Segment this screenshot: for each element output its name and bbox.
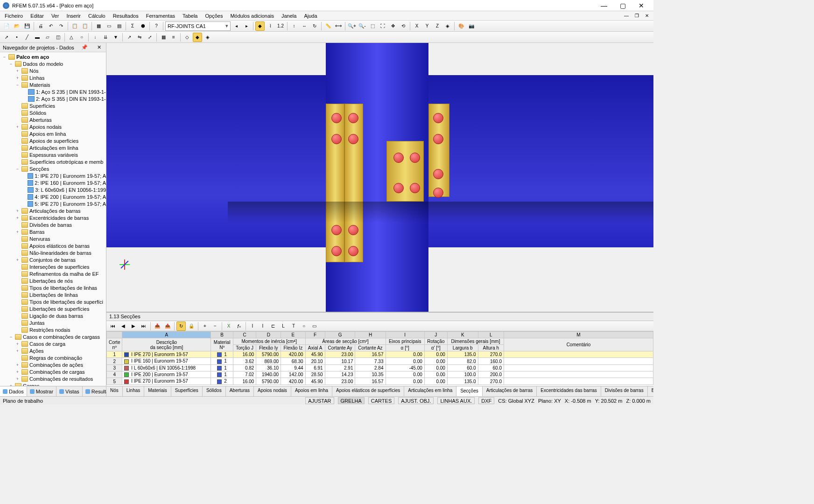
tree-item[interactable]: 4: IPE 200 | Euronorm 19-57; A bbox=[0, 193, 106, 200]
status-linhas-aux[interactable]: LINHAS AUX. bbox=[437, 397, 475, 404]
tree-item[interactable]: −Materiais bbox=[0, 81, 106, 88]
tree-item[interactable]: +Combinações de ações bbox=[0, 361, 106, 368]
load-area-icon[interactable]: ▼ bbox=[111, 33, 120, 42]
close-panel-icon[interactable]: ✕ bbox=[95, 44, 103, 50]
excel-icon[interactable]: X bbox=[224, 322, 233, 331]
save-icon[interactable]: 💾 bbox=[22, 21, 32, 31]
table-tab[interactable]: Barras bbox=[648, 386, 653, 396]
export-icon[interactable]: 📤 bbox=[163, 322, 172, 331]
insert-row-icon[interactable]: + bbox=[200, 322, 210, 331]
tree-item[interactable]: Articulações em linha bbox=[0, 144, 106, 151]
tree-item[interactable]: +Articulações de barras bbox=[0, 207, 106, 214]
tree-item[interactable]: +Casos de carga bbox=[0, 340, 106, 347]
tree-item[interactable]: Nervuras bbox=[0, 235, 106, 242]
tree-item[interactable]: Refinamentos da malha de EF bbox=[0, 270, 106, 277]
tree-item[interactable]: Apoios elásticos de barras bbox=[0, 242, 106, 249]
view-iso-icon[interactable]: ◈ bbox=[443, 21, 452, 31]
table-tab[interactable]: Nós bbox=[106, 386, 123, 396]
grid-icon[interactable]: ▦ bbox=[159, 33, 168, 42]
tree-item[interactable]: +Combinações de resultados bbox=[0, 375, 106, 382]
tree-root[interactable]: Palco em aço bbox=[16, 54, 49, 60]
section-u-icon[interactable]: ⊏ bbox=[268, 322, 278, 331]
mdi-minimize-button[interactable]: — bbox=[622, 11, 631, 21]
maximize-button[interactable]: ▢ bbox=[613, 0, 632, 11]
menu-editar[interactable]: Editar bbox=[28, 12, 47, 20]
menu-ferramentas[interactable]: Ferramentas bbox=[143, 12, 178, 20]
menu-resultados[interactable]: Resultados bbox=[110, 12, 141, 20]
tree-item[interactable]: Libertações de linhas bbox=[0, 291, 106, 298]
section-rect-icon[interactable]: ▭ bbox=[309, 322, 319, 331]
tree-cases[interactable]: Casos e combinações de cargass bbox=[23, 334, 100, 340]
view-x-icon[interactable]: X bbox=[412, 21, 421, 31]
next-icon[interactable]: ▶ bbox=[129, 322, 138, 331]
tree-item[interactable]: Libertações de superfícies bbox=[0, 305, 106, 312]
tree-item[interactable]: Ligação de duas barras bbox=[0, 312, 106, 319]
tree-item[interactable]: 3: L 60x60x6 | EN 10056-1:199 bbox=[0, 186, 106, 193]
tree-item[interactable]: Interseções de superfícies bbox=[0, 263, 106, 270]
menu-ver[interactable]: Ver bbox=[49, 12, 62, 20]
mirror-icon[interactable]: ⇋ bbox=[135, 33, 144, 42]
tree-item[interactable]: +Barras bbox=[0, 228, 106, 235]
view-y-icon[interactable]: Y bbox=[422, 21, 432, 31]
navigator-tree[interactable]: −Palco em aço −Dados do modelo +Nós+Linh… bbox=[0, 52, 106, 386]
tree-item[interactable]: 5: IPE 270 | Euronorm 19-57; A bbox=[0, 200, 106, 207]
member-icon[interactable]: ▬ bbox=[33, 33, 42, 42]
measure-icon[interactable]: 📏 bbox=[323, 21, 333, 31]
table-tab[interactable]: Apoios elásticos de superfícies bbox=[332, 386, 404, 396]
node-icon[interactable]: • bbox=[12, 33, 21, 42]
tile-icon[interactable]: ▤ bbox=[114, 21, 124, 31]
tree-item[interactable]: 2: Aço S 355 | DIN EN 1993-1- bbox=[0, 95, 106, 102]
layers-icon[interactable]: ≡ bbox=[169, 33, 178, 42]
dimension-icon[interactable]: ⟷ bbox=[334, 21, 343, 31]
table-tab[interactable]: Secções bbox=[456, 386, 482, 396]
function-icon[interactable]: fₓ bbox=[234, 322, 244, 331]
tree-item[interactable]: Divisões de barras bbox=[0, 221, 106, 228]
load-line-icon[interactable]: ⇊ bbox=[101, 33, 110, 42]
load-node-icon[interactable]: ↓ bbox=[91, 33, 100, 42]
tree-item[interactable]: 1: IPE 270 | Euronorm 19-57; A bbox=[0, 172, 106, 179]
section-o-icon[interactable]: ○ bbox=[299, 322, 309, 331]
table-tab[interactable]: Superfícies bbox=[171, 386, 203, 396]
zoom-in-icon[interactable]: 🔍+ bbox=[347, 21, 357, 31]
menu-opcoes[interactable]: Opções bbox=[202, 12, 225, 20]
tree-item[interactable]: Aberturas bbox=[0, 116, 106, 123]
redo-icon[interactable]: ↷ bbox=[56, 21, 66, 31]
loadcase-combo[interactable]: RF-JOINTS CA1 bbox=[165, 21, 231, 31]
tree-item[interactable]: Juntas bbox=[0, 319, 106, 326]
import-icon[interactable]: 📥 bbox=[153, 322, 162, 331]
table-tab[interactable]: Divisões de barras bbox=[601, 386, 648, 396]
next-case-icon[interactable]: ▸ bbox=[242, 21, 251, 31]
support-icon[interactable]: △ bbox=[67, 33, 76, 42]
delete-row-icon[interactable]: − bbox=[211, 322, 220, 331]
new-icon[interactable]: 📄 bbox=[2, 21, 11, 31]
tree-item[interactable]: Regras de combinação bbox=[0, 354, 106, 361]
calculate-icon[interactable]: Σ bbox=[128, 21, 137, 31]
table-tab[interactable]: Sólidos bbox=[203, 386, 226, 396]
snapshot-icon[interactable]: 📷 bbox=[467, 21, 476, 31]
tree-item[interactable]: +Ações bbox=[0, 347, 106, 354]
zoom-out-icon[interactable]: 🔍- bbox=[358, 21, 367, 31]
tree-item[interactable]: −Secções bbox=[0, 165, 106, 172]
tree-model-data[interactable]: Dados do modelo bbox=[23, 61, 63, 67]
menu-ficheiro[interactable]: Ficheiro bbox=[2, 12, 26, 20]
lock-icon[interactable]: 🔒 bbox=[187, 322, 196, 331]
force-uy-icon[interactable]: ↔ bbox=[300, 21, 309, 31]
paste-icon[interactable]: 📋 bbox=[80, 21, 90, 31]
transparent-icon[interactable]: ◈ bbox=[203, 33, 212, 42]
tree-item[interactable]: +Apoios nodais bbox=[0, 123, 106, 130]
table-tab[interactable]: Apoios nodais bbox=[254, 386, 291, 396]
table-tab[interactable]: Articulações de barras bbox=[483, 386, 537, 396]
scale-icon[interactable]: ⤢ bbox=[145, 33, 154, 42]
tree-item[interactable]: Libertações de nós bbox=[0, 277, 106, 284]
wireframe-icon[interactable]: ◇ bbox=[182, 33, 192, 42]
tree-item[interactable]: Sólidos bbox=[0, 109, 106, 116]
menu-janela[interactable]: Janela bbox=[279, 12, 299, 20]
table-tab[interactable]: Linhas bbox=[123, 386, 144, 396]
prev-case-icon[interactable]: ◂ bbox=[232, 21, 241, 31]
tree-item[interactable]: 1: Aço S 235 | DIN EN 1993-1- bbox=[0, 88, 106, 95]
table-tab[interactable]: Materiais bbox=[144, 386, 171, 396]
undo-icon[interactable]: ↶ bbox=[46, 21, 56, 31]
tree-item[interactable]: Espessuras variáveis bbox=[0, 151, 106, 158]
minimize-button[interactable]: — bbox=[595, 0, 613, 11]
rotate-icon[interactable]: ⟲ bbox=[399, 21, 408, 31]
